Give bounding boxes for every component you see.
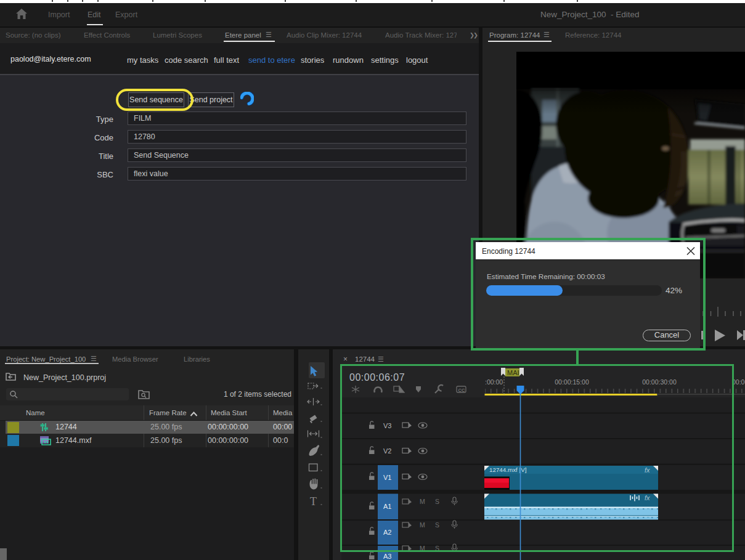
svg-text:☰: ☰ [378, 355, 384, 363]
svg-text:T: T [310, 495, 317, 508]
svg-text:×: × [343, 355, 348, 363]
svg-text:00:00:4: 00:00:4 [732, 378, 745, 386]
svg-text:A3: A3 [383, 553, 391, 560]
svg-text:12744: 12744 [355, 355, 375, 363]
